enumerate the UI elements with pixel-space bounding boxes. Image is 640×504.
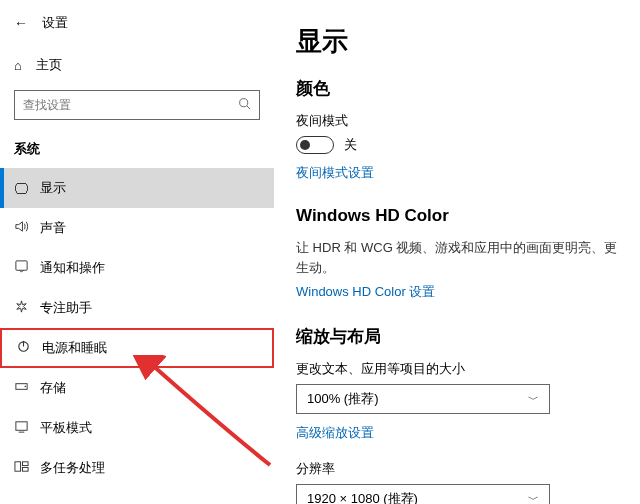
nav-focus[interactable]: 专注助手: [0, 288, 274, 328]
resolution-label: 分辨率: [296, 460, 620, 478]
nav-sound[interactable]: 声音: [0, 208, 274, 248]
svg-rect-11: [22, 467, 28, 471]
svg-point-0: [240, 99, 248, 107]
multitask-icon: [14, 459, 40, 477]
storage-icon: [14, 379, 40, 397]
notification-icon: [14, 259, 40, 277]
chevron-down-icon: ﹀: [528, 492, 539, 505]
hd-color-heading: Windows HD Color: [296, 206, 620, 226]
settings-title: 设置: [42, 14, 68, 32]
nav-display[interactable]: 🖵 显示: [0, 168, 274, 208]
svg-line-1: [247, 106, 250, 109]
night-mode-label: 夜间模式: [296, 112, 620, 130]
nav-label: 显示: [40, 179, 66, 197]
nav-multitask[interactable]: 多任务处理: [0, 448, 274, 488]
nav-label: 存储: [40, 379, 66, 397]
svg-point-6: [25, 386, 27, 388]
section-label: 系统: [0, 134, 274, 168]
main-content: 显示 颜色 夜间模式 关 夜间模式设置 Windows HD Color 让 H…: [274, 0, 640, 504]
svg-rect-10: [22, 462, 28, 466]
nav-label: 通知和操作: [40, 259, 105, 277]
home-icon: ⌂: [14, 58, 36, 73]
display-icon: 🖵: [14, 180, 40, 197]
header: ← 设置: [0, 14, 274, 46]
nav-storage[interactable]: 存储: [0, 368, 274, 408]
hd-color-desc: 让 HDR 和 WCG 视频、游戏和应用中的画面更明亮、更生动。: [296, 238, 620, 277]
svg-rect-7: [16, 422, 27, 430]
search-icon: [238, 97, 251, 113]
resolution-value: 1920 × 1080 (推荐): [307, 490, 418, 504]
search-input[interactable]: [23, 98, 238, 112]
search-box[interactable]: [14, 90, 260, 120]
sidebar: ← 设置 ⌂ 主页 系统 🖵 显示 声音: [0, 0, 274, 504]
scale-heading: 缩放与布局: [296, 325, 620, 348]
color-heading: 颜色: [296, 77, 620, 100]
focus-icon: [14, 299, 40, 317]
nav-label: 多任务处理: [40, 459, 105, 477]
scale-label: 更改文本、应用等项目的大小: [296, 360, 620, 378]
power-icon: [16, 339, 42, 357]
nav-label: 电源和睡眠: [42, 339, 107, 357]
nav-label: 平板模式: [40, 419, 92, 437]
nav-power[interactable]: 电源和睡眠: [0, 328, 274, 368]
scale-dropdown[interactable]: 100% (推荐) ﹀: [296, 384, 550, 414]
svg-rect-2: [16, 261, 27, 270]
home-label: 主页: [36, 56, 62, 74]
night-mode-toggle[interactable]: [296, 136, 334, 154]
nav-notifications[interactable]: 通知和操作: [0, 248, 274, 288]
sound-icon: [14, 219, 40, 237]
tablet-icon: [14, 419, 40, 437]
nav-label: 专注助手: [40, 299, 92, 317]
toggle-knob: [300, 140, 310, 150]
night-mode-settings-link[interactable]: 夜间模式设置: [296, 164, 374, 182]
svg-rect-9: [15, 462, 21, 471]
advanced-scale-link[interactable]: 高级缩放设置: [296, 424, 374, 442]
resolution-dropdown[interactable]: 1920 × 1080 (推荐) ﹀: [296, 484, 550, 504]
hd-color-link[interactable]: Windows HD Color 设置: [296, 283, 435, 301]
nav-label: 声音: [40, 219, 66, 237]
page-title: 显示: [296, 24, 620, 59]
chevron-down-icon: ﹀: [528, 392, 539, 407]
scale-value: 100% (推荐): [307, 390, 379, 408]
back-icon[interactable]: ←: [14, 15, 28, 31]
nav-tablet[interactable]: 平板模式: [0, 408, 274, 448]
night-mode-state: 关: [344, 136, 357, 154]
home-nav[interactable]: ⌂ 主页: [0, 46, 274, 84]
